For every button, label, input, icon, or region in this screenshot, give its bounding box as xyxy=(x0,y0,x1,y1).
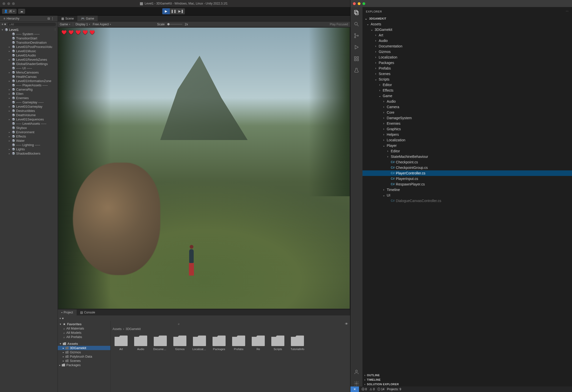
hierarchy-item[interactable]: ▸Effects xyxy=(0,134,58,139)
source-control-icon[interactable] xyxy=(353,33,359,39)
more-icon[interactable]: ⋯ xyxy=(566,10,569,13)
search-icon[interactable] xyxy=(353,21,359,27)
explorer-tree-item[interactable]: ›Camera xyxy=(362,104,572,110)
hierarchy-item[interactable]: ▸Enemies xyxy=(0,96,58,100)
explorer-tree-item[interactable]: ›Audio xyxy=(362,99,572,104)
hierarchy-item[interactable]: ▸Lights xyxy=(0,147,58,151)
hierarchy-item[interactable]: ▸Level01Sequences xyxy=(0,117,58,121)
explorer-tree-item[interactable]: ›Graphics xyxy=(362,126,572,132)
test-icon[interactable] xyxy=(353,67,359,73)
add-button[interactable]: + ▾ xyxy=(2,22,6,26)
warnings-count[interactable]: ⚠ 0 xyxy=(370,387,375,391)
hierarchy-item[interactable]: ▸Destructibles xyxy=(0,109,58,113)
explorer-tree-item[interactable]: ›Localization xyxy=(362,54,572,60)
minimize-dot[interactable] xyxy=(7,2,10,5)
explorer-tree-item[interactable]: ›StateMachineBehaviour xyxy=(362,154,572,159)
project-folder[interactable]: Audio xyxy=(134,336,148,351)
project-folder[interactable]: Scripts xyxy=(271,336,285,351)
explorer-tree-item[interactable]: C#PlayerController.cs xyxy=(362,170,572,176)
hierarchy-collapse-icon[interactable]: ⊟ xyxy=(47,17,50,20)
account-button[interactable]: 👤 JE ▾ xyxy=(2,9,17,14)
explorer-tree-item[interactable]: ›Documentation xyxy=(362,43,572,49)
explorer-tree-item[interactable]: ⌄Assets xyxy=(362,21,572,27)
hierarchy-item[interactable]: ----- System ----- xyxy=(0,32,58,36)
explorer-root[interactable]: ⌄3DGAMEKIT xyxy=(362,16,572,21)
explorer-tree-item[interactable]: C#RespawnPlayer.cs xyxy=(362,181,572,187)
game-tab[interactable]: 🎮Game xyxy=(77,16,98,21)
project-add-button[interactable]: + ▾ xyxy=(59,316,64,320)
hierarchy-item[interactable]: DeathVolume xyxy=(0,113,58,117)
explorer-tree-item[interactable]: ›Timeline xyxy=(362,187,572,192)
hierarchy-item[interactable]: ----- UI ----- xyxy=(0,66,58,70)
project-folder[interactable]: TutorialInfo xyxy=(290,336,304,351)
explorer-tree-item[interactable]: ›Gizmos xyxy=(362,49,572,54)
hierarchy-item[interactable]: ▸CameraRig xyxy=(0,87,58,92)
hierarchy-search-input[interactable] xyxy=(11,23,55,26)
play-button[interactable]: ▶ xyxy=(162,8,170,14)
search-icon[interactable]: ⌕ xyxy=(178,322,180,325)
hierarchy-item[interactable]: ▸Ellen xyxy=(0,92,58,96)
explorer-tree-item[interactable]: C#CheckpointGroup.cs xyxy=(362,165,572,170)
hierarchy-item[interactable]: ▸MenuCanvases xyxy=(0,70,58,75)
visibility-icon[interactable]: 👁 xyxy=(345,322,348,326)
minimize-dot[interactable] xyxy=(358,2,360,5)
breadcrumb[interactable]: Assets›3DGamekit xyxy=(111,326,350,332)
hierarchy-root[interactable]: ▼Level1⋮ xyxy=(0,28,58,32)
cloud-button[interactable]: ☁ xyxy=(18,9,25,14)
hierarchy-item[interactable]: ----- PlayerAssets ----- xyxy=(0,83,58,87)
hierarchy-item[interactable]: ▸Level01Music xyxy=(0,49,58,53)
explorer-tree-item[interactable]: ›Editor xyxy=(362,82,572,88)
project-folder[interactable]: Packages xyxy=(212,336,226,351)
aspect-dropdown[interactable]: Free Aspect▾ xyxy=(93,23,111,26)
favorite-item[interactable]: ⌕All Materials xyxy=(58,326,110,331)
info-count[interactable]: ⓘ 14 xyxy=(377,387,385,391)
hierarchy-item[interactable]: ▸Level01PostProcessVolu xyxy=(0,45,58,49)
assets-tree-item[interactable]: ▸3DGamekit xyxy=(58,346,110,350)
hierarchy-item[interactable]: Level01Audio xyxy=(0,53,58,57)
zoom-dot[interactable] xyxy=(362,2,365,5)
project-folder[interactable]: Prefabs xyxy=(232,336,246,351)
explorer-tree-item[interactable]: ›Effects xyxy=(362,88,572,93)
remote-indicator[interactable]: ✕ xyxy=(350,386,359,392)
projects-count[interactable]: Projects: 9 xyxy=(387,387,401,391)
settings-icon[interactable] xyxy=(353,380,359,386)
explorer-tree-item[interactable]: ›DamageSystem xyxy=(362,115,572,121)
hierarchy-item[interactable]: ▸ShadowBlockers xyxy=(0,151,58,156)
hierarchy-tab[interactable]: ≡ Hierarchy ⊟ ⋮ xyxy=(0,16,58,21)
solution-explorer-section[interactable]: ›SOLUTION EXPLORER xyxy=(362,382,572,386)
explorer-tree-item[interactable]: ›Scenes xyxy=(362,71,572,77)
packages-header[interactable]: ▸Packages xyxy=(58,363,110,367)
explorer-tree-item[interactable]: C#PlayerInput.cs xyxy=(362,176,572,181)
step-button[interactable]: ▶❚ xyxy=(177,8,185,14)
hierarchy-item[interactable]: TransitionStart xyxy=(0,36,58,40)
hierarchy-menu-icon[interactable]: ⋮ xyxy=(51,17,54,20)
explorer-tree-item[interactable]: ⌄Game xyxy=(362,93,572,99)
explorer-tree-item[interactable]: ›Localization xyxy=(362,137,572,143)
console-tab[interactable]: ▤Console xyxy=(77,309,99,315)
hierarchy-item[interactable]: ▸Environment xyxy=(0,130,58,134)
explorer-tree-item[interactable]: ›Packages xyxy=(362,60,572,66)
camera-dropdown[interactable]: Game▾ xyxy=(60,23,70,26)
explorer-tree-item[interactable]: C#Checkpoint.cs xyxy=(362,159,572,165)
explorer-tree-item[interactable]: ›Editor xyxy=(362,148,572,154)
explorer-tree-item[interactable]: ›Prefabs xyxy=(362,66,572,71)
explorer-tree-item[interactable]: ›Audio xyxy=(362,38,572,43)
outline-section[interactable]: ›OUTLINE xyxy=(362,373,572,377)
assets-tree-item[interactable]: ▸Scenes xyxy=(58,359,110,363)
close-dot[interactable] xyxy=(3,2,5,5)
explorer-tree-item[interactable]: ⌄UI xyxy=(362,192,572,198)
timeline-section[interactable]: ›TIMELINE xyxy=(362,377,572,382)
account-icon[interactable] xyxy=(353,369,359,375)
hierarchy-item[interactable]: ▸Level01ReverbZones xyxy=(0,57,58,62)
project-tab[interactable]: ▪Project xyxy=(58,309,77,315)
hierarchy-item[interactable]: ----- Lighting ----- xyxy=(0,143,58,147)
hierarchy-item[interactable]: TransitionDestination xyxy=(0,40,58,45)
explorer-tree-item[interactable]: ⌄Scripts xyxy=(362,77,572,82)
project-folder[interactable]: Art xyxy=(114,336,128,351)
hierarchy-item[interactable]: ▸Water xyxy=(0,139,58,143)
explorer-tree-item[interactable]: ›Enemies xyxy=(362,121,572,126)
assets-header[interactable]: ▼Assets xyxy=(58,342,110,346)
errors-count[interactable]: ⓧ 0 xyxy=(361,387,367,391)
pause-button[interactable]: ❚❚ xyxy=(170,8,177,14)
close-dot[interactable] xyxy=(353,2,356,5)
